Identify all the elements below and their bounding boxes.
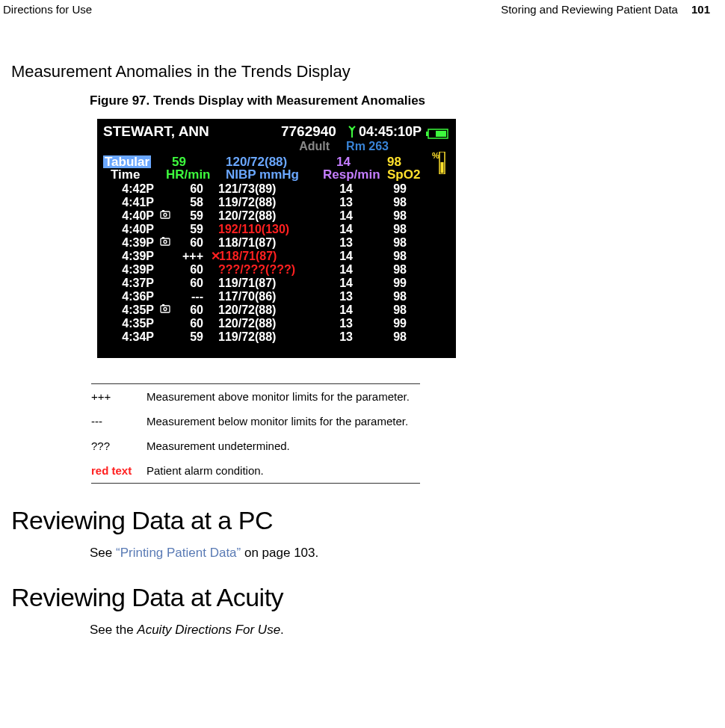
cell-time: 4:37P <box>103 277 160 290</box>
text-pre-b: See the <box>90 623 137 637</box>
cell-hr: 60 <box>175 303 212 317</box>
snapshot-icon <box>160 223 175 236</box>
cell-nibp: 121/73(89) <box>212 182 309 196</box>
cell-hr: 59 <box>175 209 212 223</box>
snapshot-icon <box>160 236 175 250</box>
cell-spo2: 99 <box>369 317 407 330</box>
svg-rect-12 <box>162 237 164 238</box>
cell-spo2: 98 <box>369 263 407 277</box>
cell-hr: 58 <box>175 196 212 209</box>
header-left: Directions for Use <box>3 3 92 16</box>
cell-spo2: 98 <box>369 250 407 263</box>
header-section: Storing and Reviewing Patient Data <box>501 3 678 16</box>
cell-resp: 14 <box>309 303 369 317</box>
svg-text:%: % <box>432 152 439 160</box>
svg-rect-7 <box>161 212 170 218</box>
table-row: 4:41P58119/72(88)1398 <box>103 196 450 209</box>
cell-nibp: 192/110(130) <box>212 223 309 236</box>
cell-resp: 14 <box>309 250 369 263</box>
spo2-unit: SpO2 <box>387 168 420 181</box>
body-text-acuity: See the Acuity Directions For Use. <box>0 612 725 638</box>
cell-nibp: 120/72(88) <box>212 317 309 330</box>
legend-row: ---Measurement below monitor limits for … <box>91 409 420 434</box>
snapshot-icon <box>160 277 175 290</box>
battery-icon <box>426 126 450 137</box>
svg-point-0 <box>351 128 354 131</box>
table-row: 4:35P60120/72(88)1399 <box>103 317 450 330</box>
cell-spo2: 98 <box>369 330 407 344</box>
time-header: Time <box>103 168 140 181</box>
cell-hr: --- <box>175 290 212 303</box>
cell-spo2: 98 <box>369 196 407 209</box>
svg-rect-15 <box>162 304 164 306</box>
page-header: Directions for Use Storing and Reviewing… <box>0 0 725 16</box>
cell-spo2: 99 <box>369 182 407 196</box>
cell-time: 4:42P <box>103 182 160 196</box>
table-row: 4:39P60118/71(87)1398 <box>103 236 450 250</box>
cell-spo2: 98 <box>369 236 407 250</box>
figure-caption: Figure 97. Trends Display with Measureme… <box>0 81 725 108</box>
svg-rect-3 <box>436 131 446 137</box>
cell-nibp: ✕118/71(87) <box>212 250 309 263</box>
spo2-pct-icon: % <box>432 152 447 178</box>
cell-spo2: 98 <box>369 303 407 317</box>
hr-unit: HR/min <box>166 168 211 181</box>
legend-row: ???Measurement undetermined. <box>91 434 420 458</box>
cell-nibp: ???/???(???) <box>212 263 309 277</box>
cell-time: 4:41P <box>103 196 160 209</box>
cell-nibp: 119/72(88) <box>212 196 309 209</box>
cell-spo2: 98 <box>369 209 407 223</box>
cell-resp: 14 <box>309 209 369 223</box>
cell-spo2: 99 <box>369 277 407 290</box>
cell-nibp: 119/72(88) <box>212 330 309 344</box>
snapshot-icon <box>160 196 175 209</box>
legend-symbol: +++ <box>91 390 146 403</box>
cell-nibp: 118/71(87) <box>212 236 309 250</box>
cell-nibp: 119/71(87) <box>212 277 309 290</box>
table-row: 4:39P60???/???(???)1498 <box>103 263 450 277</box>
resp-current: 14 <box>323 155 351 168</box>
body-text-pc: See “Printing Patient Data” on page 103. <box>0 535 725 561</box>
text-post-b: . <box>280 623 284 637</box>
cell-spo2: 98 <box>369 223 407 236</box>
patient-type: Adult <box>299 140 330 153</box>
cell-resp: 14 <box>309 263 369 277</box>
cell-time: 4:40P <box>103 223 160 236</box>
legend-symbol: --- <box>91 415 146 428</box>
text-post: on page 103. <box>241 546 318 560</box>
cell-resp: 13 <box>309 330 369 344</box>
cell-resp: 13 <box>309 290 369 303</box>
cell-time: 4:39P <box>103 250 160 263</box>
cell-resp: 14 <box>309 277 369 290</box>
cell-hr: 60 <box>175 182 212 196</box>
svg-point-8 <box>164 214 167 217</box>
table-row: 4:37P60119/71(87)1499 <box>103 277 450 290</box>
snapshot-icon <box>160 182 175 196</box>
cell-time: 4:34P <box>103 330 160 344</box>
patient-id: 7762940 <box>281 123 336 140</box>
snapshot-icon <box>160 317 175 330</box>
data-rows: 4:42P60121/73(89)14994:41P58119/72(88)13… <box>103 181 450 344</box>
heading-reviewing-acuity: Reviewing Data at Acuity <box>0 561 725 612</box>
snapshot-icon <box>160 250 175 263</box>
legend-symbol: red text <box>91 464 146 477</box>
link-printing-patient-data[interactable]: “Printing Patient Data” <box>116 546 241 560</box>
cell-nibp: 120/72(88) <box>212 209 309 223</box>
legend-desc: Patient alarm condition. <box>146 464 264 477</box>
heading-reviewing-pc: Reviewing Data at a PC <box>0 484 725 535</box>
monitor-display: STEWART, ANN 7762940 04:45:10P Adult Rm … <box>97 119 456 358</box>
text-pre: See <box>90 546 116 560</box>
antenna-icon <box>348 126 356 138</box>
snapshot-icon <box>160 330 175 344</box>
resp-unit: Resp/min <box>323 168 380 181</box>
legend-desc: Measurement below monitor limits for the… <box>146 415 408 428</box>
room-label: Rm 263 <box>346 140 389 153</box>
cell-time: 4:35P <box>103 303 160 317</box>
legend-row: red textPatient alarm condition. <box>91 458 420 483</box>
snapshot-icon <box>160 303 175 317</box>
clock-time: 04:45:10P <box>359 124 422 140</box>
cell-hr: +++ <box>175 250 212 263</box>
table-row: 4:35P60120/72(88)1498 <box>103 303 450 317</box>
legend-desc: Measurement above monitor limits for the… <box>146 390 410 403</box>
table-row: 4:40P59120/72(88)1498 <box>103 209 450 223</box>
